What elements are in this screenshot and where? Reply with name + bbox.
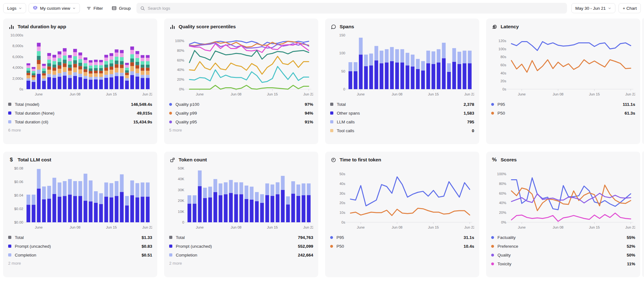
svg-text:Jun 08: Jun 08: [230, 225, 242, 229]
legend-row: P9531.1s: [330, 233, 474, 242]
toolbar: Logs My custom view Filter Group May 30 …: [0, 0, 644, 16]
legend-label: Total: [337, 102, 346, 107]
panel-total-llm-cost: $Total LLM cost$0.00$0.02$0.04$0.06$0.08…: [3, 152, 157, 277]
legend-row: P5061.3s: [491, 109, 635, 117]
svg-text:Jun 15: Jun 15: [428, 92, 439, 96]
panel-title: Total duration by app: [18, 24, 66, 30]
panel-token-count: Token count010K20K30K40K50KJuneJun 08Jun…: [164, 152, 318, 277]
svg-text:20%: 20%: [177, 78, 184, 81]
add-chart-label: + Chart: [623, 6, 637, 11]
blocks-icon: [169, 157, 175, 163]
legend-row: Prompt (uncached)$0.83: [8, 242, 152, 251]
svg-text:0s: 0s: [502, 87, 506, 91]
legend-marker: [491, 245, 494, 248]
legend-more-link[interactable]: 6 more: [8, 128, 152, 132]
legend-more-link[interactable]: 2 more: [8, 261, 152, 266]
legend-marker: [8, 103, 11, 106]
search-input[interactable]: [148, 6, 563, 11]
panel-header: Spans: [330, 23, 474, 31]
partial-panel-sliver: [642, 151, 644, 277]
svg-text:20K: 20K: [178, 199, 185, 203]
legend-label: Other spans: [337, 111, 360, 116]
chart-time-to-first-token: 0s10s20s30s40s50sJuneJun 08Jun 15Jun 22: [330, 165, 474, 232]
svg-text:50s: 50s: [339, 172, 345, 176]
filter-icon: [86, 6, 91, 11]
legend-label: Factuality: [497, 235, 516, 240]
legend: Factuality55%Preference52%Quality50%Toxi…: [491, 233, 635, 268]
svg-text:100%: 100%: [175, 39, 184, 43]
view-dropdown[interactable]: My custom view: [29, 3, 80, 13]
legend-marker: [169, 245, 172, 248]
legend-value: 91%: [305, 120, 313, 124]
legend-marker: [169, 112, 172, 115]
svg-text:Jun 22: Jun 22: [142, 225, 152, 229]
svg-text:20s: 20s: [500, 79, 506, 83]
svg-text:6,000s: 6,000s: [12, 55, 23, 59]
legend-marker: [330, 103, 333, 106]
legend-value: 49,015s: [137, 111, 152, 116]
legend-value: 795: [467, 120, 474, 124]
panel-header: Time to first token: [330, 156, 474, 164]
svg-text:2,000s: 2,000s: [12, 77, 23, 80]
legend-marker: [8, 111, 11, 115]
search-box[interactable]: [136, 3, 567, 14]
date-range-button[interactable]: May 30 - Jun 21: [571, 3, 616, 13]
chart-quality-score-percentiles: 0%20%40%60%80%100%JuneJun 08Jun 15Jun 22: [169, 32, 313, 99]
legend-row: Total794,763: [169, 233, 313, 242]
svg-text:120s: 120s: [498, 39, 506, 43]
svg-text:$0.08: $0.08: [14, 166, 23, 170]
legend-value: 146,549.4s: [131, 102, 152, 107]
svg-text:20%: 20%: [499, 211, 506, 214]
chart-scores: 0%20%40%60%80%100%JuneJun 08Jun 15Jun 22: [491, 165, 635, 232]
svg-text:June: June: [196, 225, 204, 229]
group-rows-icon: [112, 6, 117, 11]
panel-header: Quality score percentiles: [169, 23, 313, 31]
svg-text:40%: 40%: [499, 201, 506, 205]
svg-text:0%: 0%: [501, 220, 506, 224]
add-chart-button[interactable]: + Chart: [619, 3, 641, 13]
legend-value: 111.1s: [623, 102, 635, 107]
legend-label: Total duration (cli): [15, 120, 48, 124]
svg-text:10,000s: 10,000s: [10, 33, 23, 37]
percent-icon: %: [491, 157, 497, 163]
logs-dropdown[interactable]: Logs: [3, 3, 26, 13]
legend-value: 10.4s: [464, 244, 474, 249]
svg-text:Jun 08: Jun 08: [391, 225, 402, 229]
legend-more-link[interactable]: 2 more: [169, 261, 313, 266]
svg-text:June: June: [35, 92, 43, 96]
legend-row: Total duration (None)49,015s: [8, 109, 152, 117]
svg-text:60s: 60s: [500, 63, 506, 67]
filter-button[interactable]: Filter: [85, 3, 105, 13]
panel-title: Quality score percentiles: [179, 24, 236, 30]
legend-value: 61.3s: [625, 111, 635, 116]
panel-title: Latency: [501, 24, 519, 30]
legend-label: Prompt (uncached): [15, 244, 51, 249]
partial-panel-sliver: [642, 18, 644, 144]
panel-time-to-first-token: Time to first token0s10s20s30s40s50sJune…: [325, 152, 479, 277]
legend-value: 50%: [627, 253, 635, 257]
svg-text:80s: 80s: [500, 55, 506, 59]
svg-text:80%: 80%: [177, 49, 184, 52]
svg-text:Jun 08: Jun 08: [69, 225, 80, 229]
chat-bubble-icon: [330, 24, 336, 30]
legend-label: LLM calls: [337, 120, 355, 124]
svg-text:Jun 15: Jun 15: [428, 225, 439, 229]
legend-row: Quality p9994%: [169, 109, 313, 117]
legend-marker: [330, 120, 333, 123]
layers-icon: [33, 6, 38, 11]
legend-row: Total (model)146,549.4s: [8, 100, 152, 109]
legend-more-link[interactable]: 5 more: [169, 128, 313, 132]
svg-text:0s: 0s: [19, 87, 23, 91]
legend-marker: [8, 120, 11, 123]
legend-label: Preference: [497, 244, 518, 249]
group-button[interactable]: Group: [110, 3, 133, 13]
svg-text:40s: 40s: [500, 71, 506, 75]
svg-text:60%: 60%: [499, 192, 506, 195]
group-button-label: Group: [119, 6, 131, 11]
chart-token-count: 010K20K30K40K50KJuneJun 08Jun 15Jun 22: [169, 165, 313, 232]
svg-text:Jun 22: Jun 22: [625, 92, 635, 96]
legend-label: P95: [336, 235, 344, 240]
legend-row: Factuality55%: [491, 233, 635, 242]
svg-text:Jun 08: Jun 08: [552, 92, 564, 96]
svg-text:40K: 40K: [178, 177, 185, 181]
